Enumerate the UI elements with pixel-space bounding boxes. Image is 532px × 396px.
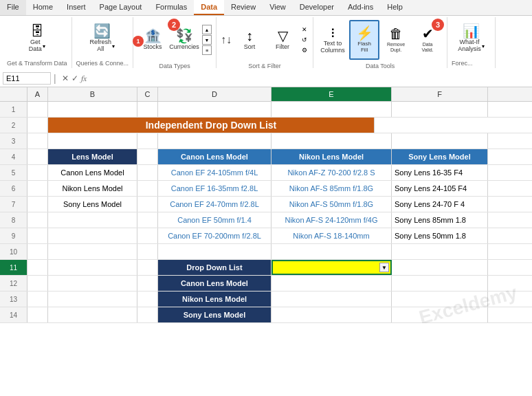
cell-b7[interactable]: Sony Lens Model [48, 197, 137, 212]
cell-e1[interactable] [271, 102, 392, 117]
data-types-scroll-up[interactable]: ▲ [202, 25, 212, 34]
get-data-button[interactable]: 🗄 GetData ▾ [22, 19, 52, 58]
cell-e12[interactable] [271, 276, 392, 291]
cell-c1[interactable] [137, 102, 158, 117]
filter-button[interactable]: ▽ Filter [267, 20, 298, 60]
cell-b6[interactable]: Nikon Lens Model [48, 181, 137, 196]
cell-d3[interactable] [158, 133, 271, 148]
cell-e13[interactable] [271, 292, 392, 307]
reapply-filter-button[interactable]: ↺ [300, 35, 309, 45]
formula-input[interactable] [92, 74, 529, 82]
cell-f1[interactable] [392, 102, 488, 117]
tab-view[interactable]: View [263, 0, 293, 15]
cell-b10[interactable] [48, 244, 137, 259]
cell-a4[interactable] [27, 149, 48, 164]
cell-f5[interactable]: Sony Lens 16-35 F4 [392, 165, 488, 180]
tab-insert[interactable]: Insert [60, 0, 93, 15]
cell-d11[interactable]: Drop Down List [158, 260, 271, 275]
cell-d6[interactable]: Canon EF 16-35mm f2.8L [158, 181, 271, 196]
data-types-more[interactable]: ≡ [202, 45, 212, 55]
cell-a1[interactable] [27, 102, 48, 117]
cell-e5[interactable]: Nikon AF-Z 70-200 f/2.8 S [271, 165, 392, 180]
tab-help[interactable]: Help [380, 0, 410, 15]
cell-d9[interactable]: Canon EF 70-200mm f/2.8L [158, 228, 271, 243]
cell-c12[interactable] [137, 276, 158, 291]
cell-f12[interactable] [392, 276, 488, 291]
cell-e6[interactable]: Nikon AF-S 85mm f/1.8G [271, 181, 392, 196]
col-header-b[interactable]: B [48, 87, 137, 101]
sort-button[interactable]: ↕️ Sort [234, 20, 265, 60]
cell-a2[interactable] [27, 118, 48, 133]
cell-b14[interactable] [48, 307, 137, 322]
cell-a11[interactable] [27, 260, 48, 275]
cell-c10[interactable] [137, 244, 158, 259]
cell-d4[interactable]: Canon Lens Model [158, 149, 271, 164]
what-if-analysis-button[interactable]: 📊 What-IfAnalysis ▾ [456, 19, 487, 58]
col-header-a[interactable]: A [27, 87, 48, 101]
col-header-f[interactable]: F [392, 87, 488, 101]
tab-data[interactable]: Data [194, 0, 224, 15]
cell-f11[interactable] [392, 260, 488, 275]
cell-b11[interactable] [48, 260, 137, 275]
cell-d7[interactable]: Canon EF 24-70mm f/2.8L [158, 197, 271, 212]
cell-f10[interactable] [392, 244, 488, 259]
cell-reference-box[interactable]: E11 [3, 72, 51, 85]
tab-page-layout[interactable]: Page Layout [93, 0, 149, 15]
ribbon-tabs[interactable]: File Home Insert Page Layout Formulas Da… [0, 0, 532, 16]
cell-e14[interactable] [271, 307, 392, 322]
cell-e11[interactable]: ▼ [271, 260, 392, 275]
refresh-all-button[interactable]: 🔄 RefreshAll ▾ [87, 19, 118, 58]
cell-d10[interactable] [158, 244, 271, 259]
tab-review[interactable]: Review [224, 0, 263, 15]
cell-e3[interactable] [271, 133, 392, 148]
cell-f13[interactable] [392, 292, 488, 307]
cell-d8[interactable]: Canon EF 50mm f/1.4 [158, 212, 271, 228]
cell-b5[interactable]: Canon Lens Model [48, 165, 137, 180]
cancel-formula-icon[interactable]: ✕ [62, 74, 69, 83]
cell-c14[interactable] [137, 307, 158, 322]
cell-f9[interactable]: Sony Lens 50mm 1.8 [392, 228, 488, 243]
tab-formulas[interactable]: Formulas [148, 0, 194, 15]
confirm-formula-icon[interactable]: ✓ [71, 74, 78, 83]
cell-c11[interactable] [137, 260, 158, 275]
cell-a13[interactable] [27, 292, 48, 307]
tab-developer[interactable]: Developer [293, 0, 341, 15]
tab-add-ins[interactable]: Add-ins [341, 0, 380, 15]
cell-f6[interactable]: Sony Lens 24-105 F4 [392, 181, 488, 196]
cell-e8[interactable]: Nikon AF-S 24-120mm f/4G [271, 212, 392, 228]
cell-b9[interactable] [48, 228, 137, 243]
cell-b12[interactable] [48, 276, 137, 291]
cell-e9[interactable]: Nikon AF-S 18-140mm [271, 228, 392, 243]
cell-a8[interactable] [27, 212, 48, 228]
cell-a9[interactable] [27, 228, 48, 243]
data-types-scroll-down[interactable]: ▼ [202, 35, 212, 45]
cell-d1[interactable] [158, 102, 271, 117]
tab-file[interactable]: File [0, 0, 26, 15]
insert-function-icon[interactable]: 𝑓𝑥 [81, 74, 87, 83]
remove-duplicates-button[interactable]: 🗑 RemoveDupl. [381, 20, 411, 60]
cell-c4[interactable] [137, 149, 158, 164]
cell-b4[interactable]: Lens Model [48, 149, 137, 164]
cell-f8[interactable]: Sony Lens 85mm 1.8 [392, 212, 488, 228]
text-to-columns-button[interactable]: ⫶ Text toColumns [318, 20, 348, 60]
cell-a10[interactable] [27, 244, 48, 259]
cell-c8[interactable] [137, 212, 158, 228]
clear-filter-button[interactable]: ✕ [300, 25, 309, 34]
cell-a3[interactable] [27, 133, 48, 148]
cell-f4[interactable]: Sony Lens Model [392, 149, 488, 164]
cell-e4[interactable]: Nikon Lens Model [271, 149, 392, 164]
cell-c9[interactable] [137, 228, 158, 243]
cell-e7[interactable]: Nikon AF-S 50mm f/1.8G [271, 197, 392, 212]
tab-home[interactable]: Home [26, 0, 60, 15]
cell-c5[interactable] [137, 165, 158, 180]
cell-b3[interactable] [48, 133, 137, 148]
cell-a5[interactable] [27, 165, 48, 180]
col-header-e[interactable]: E [271, 87, 392, 101]
cell-a12[interactable] [27, 276, 48, 291]
cell-c3[interactable] [137, 133, 158, 148]
cell-a14[interactable] [27, 307, 48, 322]
advanced-filter-button[interactable]: ⚙ [300, 45, 309, 55]
cell-b8[interactable] [48, 212, 137, 228]
cell-d13[interactable]: Nikon Lens Model [158, 292, 271, 307]
cell-c6[interactable] [137, 181, 158, 196]
